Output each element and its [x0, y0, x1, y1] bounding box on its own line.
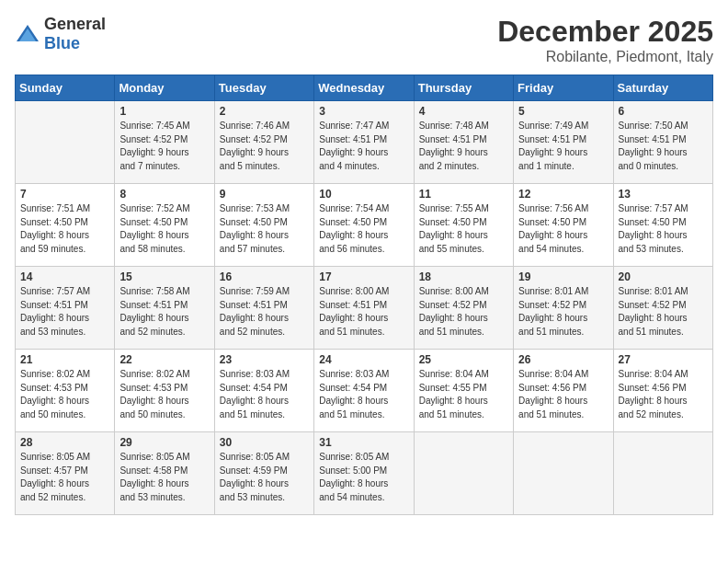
calendar-cell: 13Sunrise: 7:57 AM Sunset: 4:50 PM Dayli… [613, 184, 712, 267]
calendar-cell: 14Sunrise: 7:57 AM Sunset: 4:51 PM Dayli… [16, 267, 115, 350]
calendar-cell: 19Sunrise: 8:01 AM Sunset: 4:52 PM Dayli… [514, 267, 613, 350]
day-number: 11 [419, 188, 508, 201]
day-header-wednesday: Wednesday [314, 75, 414, 101]
calendar-cell: 20Sunrise: 8:01 AM Sunset: 4:52 PM Dayli… [613, 267, 712, 350]
day-info: Sunrise: 8:01 AM Sunset: 4:52 PM Dayligh… [518, 285, 608, 339]
calendar-body: 1Sunrise: 7:45 AM Sunset: 4:52 PM Daylig… [16, 101, 713, 515]
day-header-saturday: Saturday [613, 75, 712, 101]
day-number: 20 [619, 270, 708, 283]
calendar-cell: 12Sunrise: 7:56 AM Sunset: 4:50 PM Dayli… [514, 184, 613, 267]
calendar-table: SundayMondayTuesdayWednesdayThursdayFrid… [15, 75, 713, 515]
day-number: 3 [319, 105, 408, 118]
logo-general: General [44, 15, 106, 33]
month-year-title: December 2025 [497, 15, 713, 49]
day-info: Sunrise: 8:03 AM Sunset: 4:54 PM Dayligh… [319, 368, 408, 421]
day-number: 25 [419, 353, 508, 366]
day-number: 2 [220, 105, 309, 118]
day-number: 27 [619, 353, 708, 366]
calendar-cell: 1Sunrise: 7:45 AM Sunset: 4:52 PM Daylig… [115, 101, 214, 184]
day-info: Sunrise: 7:59 AM Sunset: 4:51 PM Dayligh… [220, 285, 309, 339]
calendar-cell: 6Sunrise: 7:50 AM Sunset: 4:51 PM Daylig… [613, 101, 712, 184]
day-info: Sunrise: 8:02 AM Sunset: 4:53 PM Dayligh… [20, 368, 109, 421]
calendar-cell: 31Sunrise: 8:05 AM Sunset: 5:00 PM Dayli… [314, 432, 414, 515]
day-header-tuesday: Tuesday [214, 75, 313, 101]
calendar-week-row: 21Sunrise: 8:02 AM Sunset: 4:53 PM Dayli… [16, 350, 713, 432]
calendar-week-row: 28Sunrise: 8:05 AM Sunset: 4:57 PM Dayli… [16, 432, 713, 515]
day-info: Sunrise: 7:45 AM Sunset: 4:52 PM Dayligh… [119, 120, 209, 173]
calendar-cell: 27Sunrise: 8:04 AM Sunset: 4:56 PM Dayli… [613, 350, 712, 432]
day-info: Sunrise: 7:50 AM Sunset: 4:51 PM Dayligh… [619, 120, 708, 173]
day-info: Sunrise: 7:48 AM Sunset: 4:51 PM Dayligh… [419, 120, 508, 173]
day-number: 18 [419, 270, 508, 283]
day-number: 1 [119, 105, 209, 118]
calendar-cell: 22Sunrise: 8:02 AM Sunset: 4:53 PM Dayli… [115, 350, 214, 432]
day-number: 24 [319, 353, 408, 366]
calendar-cell [414, 432, 513, 515]
day-info: Sunrise: 8:02 AM Sunset: 4:53 PM Dayligh… [119, 368, 209, 421]
day-info: Sunrise: 7:54 AM Sunset: 4:50 PM Dayligh… [319, 202, 408, 256]
calendar-cell: 2Sunrise: 7:46 AM Sunset: 4:52 PM Daylig… [214, 101, 313, 184]
location-subtitle: Robilante, Piedmont, Italy [497, 49, 713, 65]
day-info: Sunrise: 8:05 AM Sunset: 4:58 PM Dayligh… [119, 451, 209, 504]
day-number: 23 [220, 353, 309, 366]
day-number: 10 [319, 188, 408, 201]
day-number: 14 [20, 270, 109, 283]
day-number: 26 [518, 353, 608, 366]
calendar-cell: 15Sunrise: 7:58 AM Sunset: 4:51 PM Dayli… [115, 267, 214, 350]
title-block: December 2025 Robilante, Piedmont, Italy [497, 15, 713, 65]
day-info: Sunrise: 7:55 AM Sunset: 4:50 PM Dayligh… [419, 202, 508, 256]
day-info: Sunrise: 7:57 AM Sunset: 4:51 PM Dayligh… [20, 285, 109, 339]
day-info: Sunrise: 8:05 AM Sunset: 4:59 PM Dayligh… [220, 451, 309, 504]
day-info: Sunrise: 8:05 AM Sunset: 5:00 PM Dayligh… [319, 451, 408, 504]
day-number: 4 [419, 105, 508, 118]
day-header-friday: Friday [514, 75, 613, 101]
calendar-cell: 11Sunrise: 7:55 AM Sunset: 4:50 PM Dayli… [414, 184, 513, 267]
day-number: 5 [518, 105, 608, 118]
calendar-cell: 16Sunrise: 7:59 AM Sunset: 4:51 PM Dayli… [214, 267, 313, 350]
day-number: 9 [220, 188, 309, 201]
calendar-cell: 24Sunrise: 8:03 AM Sunset: 4:54 PM Dayli… [314, 350, 414, 432]
calendar-cell: 8Sunrise: 7:52 AM Sunset: 4:50 PM Daylig… [115, 184, 214, 267]
day-info: Sunrise: 7:58 AM Sunset: 4:51 PM Dayligh… [119, 285, 209, 339]
calendar-cell [613, 432, 712, 515]
calendar-week-row: 7Sunrise: 7:51 AM Sunset: 4:50 PM Daylig… [16, 184, 713, 267]
calendar-cell: 4Sunrise: 7:48 AM Sunset: 4:51 PM Daylig… [414, 101, 513, 184]
calendar-cell: 28Sunrise: 8:05 AM Sunset: 4:57 PM Dayli… [16, 432, 115, 515]
logo-blue: Blue [44, 34, 80, 52]
calendar-cell: 3Sunrise: 7:47 AM Sunset: 4:51 PM Daylig… [314, 101, 414, 184]
day-info: Sunrise: 8:00 AM Sunset: 4:52 PM Dayligh… [419, 285, 508, 339]
day-info: Sunrise: 7:56 AM Sunset: 4:50 PM Dayligh… [518, 202, 608, 256]
calendar-cell: 9Sunrise: 7:53 AM Sunset: 4:50 PM Daylig… [214, 184, 313, 267]
page-header: General Blue December 2025 Robilante, Pi… [15, 15, 713, 65]
calendar-cell: 17Sunrise: 8:00 AM Sunset: 4:51 PM Dayli… [314, 267, 414, 350]
logo: General Blue [15, 15, 106, 53]
day-header-monday: Monday [115, 75, 214, 101]
calendar-cell: 25Sunrise: 8:04 AM Sunset: 4:55 PM Dayli… [414, 350, 513, 432]
calendar-header: SundayMondayTuesdayWednesdayThursdayFrid… [16, 75, 713, 101]
day-info: Sunrise: 8:00 AM Sunset: 4:51 PM Dayligh… [319, 285, 408, 339]
calendar-cell: 23Sunrise: 8:03 AM Sunset: 4:54 PM Dayli… [214, 350, 313, 432]
day-number: 22 [119, 353, 209, 366]
day-info: Sunrise: 7:53 AM Sunset: 4:50 PM Dayligh… [220, 202, 309, 256]
calendar-week-row: 14Sunrise: 7:57 AM Sunset: 4:51 PM Dayli… [16, 267, 713, 350]
day-info: Sunrise: 7:52 AM Sunset: 4:50 PM Dayligh… [119, 202, 209, 256]
calendar-cell: 10Sunrise: 7:54 AM Sunset: 4:50 PM Dayli… [314, 184, 414, 267]
day-info: Sunrise: 7:46 AM Sunset: 4:52 PM Dayligh… [220, 120, 309, 173]
day-info: Sunrise: 8:01 AM Sunset: 4:52 PM Dayligh… [619, 285, 708, 339]
day-info: Sunrise: 7:51 AM Sunset: 4:50 PM Dayligh… [20, 202, 109, 256]
day-info: Sunrise: 7:47 AM Sunset: 4:51 PM Dayligh… [319, 120, 408, 173]
day-number: 28 [20, 436, 109, 449]
calendar-cell: 7Sunrise: 7:51 AM Sunset: 4:50 PM Daylig… [16, 184, 115, 267]
calendar-cell: 26Sunrise: 8:04 AM Sunset: 4:56 PM Dayli… [514, 350, 613, 432]
calendar-week-row: 1Sunrise: 7:45 AM Sunset: 4:52 PM Daylig… [16, 101, 713, 184]
day-info: Sunrise: 7:57 AM Sunset: 4:50 PM Dayligh… [619, 202, 708, 256]
calendar-cell: 29Sunrise: 8:05 AM Sunset: 4:58 PM Dayli… [115, 432, 214, 515]
day-number: 12 [518, 188, 608, 201]
header-row: SundayMondayTuesdayWednesdayThursdayFrid… [16, 75, 713, 101]
day-number: 6 [619, 105, 708, 118]
day-number: 15 [119, 270, 209, 283]
calendar-cell: 30Sunrise: 8:05 AM Sunset: 4:59 PM Dayli… [214, 432, 313, 515]
calendar-cell: 21Sunrise: 8:02 AM Sunset: 4:53 PM Dayli… [16, 350, 115, 432]
day-info: Sunrise: 8:04 AM Sunset: 4:56 PM Dayligh… [518, 368, 608, 421]
day-number: 16 [220, 270, 309, 283]
